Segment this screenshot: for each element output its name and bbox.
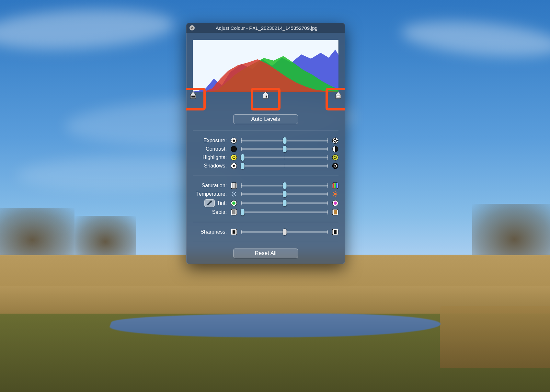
svg-rect-24 [336, 183, 338, 188]
annotation-box-right [326, 88, 345, 110]
svg-point-28 [232, 202, 235, 205]
svg-point-11 [332, 155, 338, 160]
adjust-colour-panel: ✕ Adjust Colour - PXL_20230214_145352709… [186, 23, 345, 264]
separator [193, 176, 338, 176]
annotation-box-left [186, 88, 206, 110]
tint-magenta-icon [332, 200, 338, 206]
sepia-label: Sepia: [193, 209, 227, 215]
highlights-high-icon [332, 154, 338, 161]
contrast-row: Contrast: [193, 146, 338, 152]
svg-rect-23 [335, 183, 336, 188]
tint-label: Tint: [217, 200, 227, 206]
svg-point-5 [233, 140, 235, 142]
temperature-slider[interactable] [241, 191, 328, 197]
sharpness-low-icon [231, 229, 237, 235]
svg-rect-19 [234, 183, 235, 188]
auto-levels-button[interactable]: Auto Levels [233, 114, 298, 124]
sepia-low-icon [231, 209, 237, 215]
highlights-row: Highlights: [193, 154, 338, 161]
sepia-high-icon [332, 209, 338, 215]
saturation-label: Saturation: [193, 183, 227, 189]
sharpness-high-icon [332, 229, 338, 235]
exposure-row: Exposure: [193, 137, 338, 144]
exposure-slider[interactable] [241, 137, 328, 144]
histogram [193, 40, 338, 92]
contrast-low-icon [231, 146, 237, 152]
shadows-slider[interactable] [241, 163, 328, 169]
svg-point-9 [231, 155, 237, 160]
highlights-slider[interactable] [241, 154, 328, 161]
separator [193, 131, 338, 131]
shadows-high-icon [332, 163, 338, 169]
svg-rect-22 [333, 183, 335, 188]
saturation-slider[interactable] [241, 182, 328, 189]
svg-point-7 [231, 146, 237, 152]
aperture-closed-icon [231, 137, 237, 144]
saturation-row: Saturation: [193, 182, 338, 189]
svg-point-14 [233, 165, 235, 167]
svg-point-26 [334, 193, 336, 195]
svg-point-15 [332, 163, 338, 169]
svg-rect-36 [233, 230, 235, 234]
svg-rect-34 [334, 210, 337, 214]
saturation-low-icon [231, 182, 237, 189]
tint-slider[interactable] [241, 200, 328, 206]
temperature-warm-icon [332, 191, 338, 197]
shadows-row: Shadows: [193, 163, 338, 169]
sharpness-slider[interactable] [241, 229, 328, 235]
temperature-row: Temperature: [193, 191, 338, 197]
eyedropper-button[interactable] [204, 199, 215, 207]
sepia-row: Sepia: [193, 209, 338, 215]
highlights-low-icon [231, 154, 237, 161]
titlebar[interactable]: ✕ Adjust Colour - PXL_20230214_145352709… [186, 23, 345, 33]
highlights-label: Highlights: [193, 155, 227, 160]
separator [193, 242, 338, 242]
annotation-box-mid [251, 88, 281, 110]
histogram-section [193, 40, 338, 92]
exposure-label: Exposure: [193, 138, 227, 144]
svg-rect-38 [334, 230, 337, 234]
aperture-open-icon [332, 137, 338, 144]
contrast-slider[interactable] [241, 146, 328, 152]
tint-row: Tint: [193, 199, 338, 207]
temperature-label: Temperature: [193, 191, 227, 197]
svg-rect-32 [232, 210, 235, 214]
shadows-label: Shadows: [193, 163, 227, 169]
window-title: Adjust Colour - PXL_20230214_145352709.j… [198, 25, 342, 31]
shadows-low-icon [231, 163, 237, 169]
svg-point-25 [233, 193, 235, 195]
sharpness-row: Sharpness: [193, 229, 338, 235]
svg-point-30 [334, 202, 337, 205]
reset-all-button[interactable]: Reset All [233, 248, 298, 258]
separator [193, 222, 338, 222]
svg-rect-20 [235, 183, 236, 188]
temperature-cold-icon [231, 191, 237, 197]
sepia-slider[interactable] [241, 209, 328, 215]
svg-point-6 [332, 138, 338, 144]
svg-rect-18 [232, 183, 233, 188]
tint-green-icon [231, 200, 237, 206]
sharpness-label: Sharpness: [193, 229, 227, 235]
close-button[interactable]: ✕ [189, 25, 195, 30]
saturation-high-icon [332, 182, 338, 189]
contrast-high-icon [332, 146, 338, 152]
contrast-label: Contrast: [193, 146, 227, 152]
